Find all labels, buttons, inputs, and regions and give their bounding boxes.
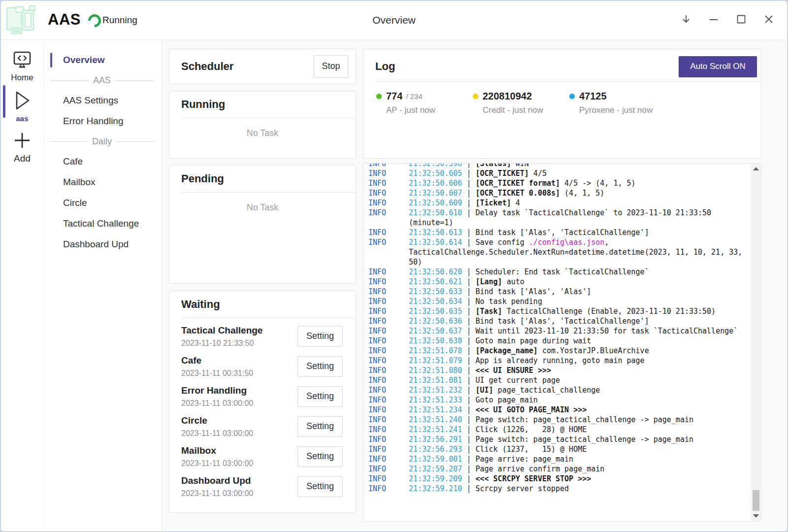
log-level: INFO [368,168,409,178]
log-scrollbar[interactable] [751,164,761,521]
log-line: INFO21:32:50.614 | Save config ./config\… [368,237,749,267]
nav-item[interactable]: Cafe [44,151,162,172]
log-text: [Ticket] 4 [475,199,520,207]
task-setting-button[interactable]: Setting [297,416,343,437]
log-text: Wait until 2023-11-10 21:33:50 for task … [475,327,738,335]
nav-section-divider: AAS [44,70,162,90]
nav-item-label: AAS Settings [63,95,118,106]
code-monitor-icon [11,64,33,72]
log-text: Bind task ['Alas', 'TacticalChallenge'] [475,228,649,237]
log-separator: | [462,435,475,444]
auto-scroll-toggle[interactable]: Auto Scroll ON [679,56,757,77]
log-separator: | [462,386,475,395]
log-time: 21:32:51.078 [409,346,462,355]
resource-stat: 220810942 Credit - just now [473,91,569,115]
log-separator: | [462,474,475,483]
scroll-down-arrow-icon[interactable] [753,514,759,518]
nav-item-label: Cafe [63,156,83,167]
task-setting-button[interactable]: Setting [297,356,343,377]
running-empty-text: No Task [169,128,356,138]
log-message: 21:32:50.609 | [Ticket] 4 [409,198,749,208]
task-setting-button[interactable]: Setting [297,476,343,497]
log-time: 21:32:50.621 [409,277,462,286]
log-time: 21:32:51.232 [409,386,462,395]
nav-item[interactable]: Mailbox [44,172,162,193]
log-line: INFO21:32:50.637 | Wait until 2023-11-10… [368,326,749,336]
log-time: 21:32:50.636 [409,317,462,326]
task-info: Cafe 2023-11-11 00:31:50 [181,355,253,378]
log-level: INFO [368,366,409,375]
log-time: 21:32:59.209 [409,474,462,483]
log-message: 21:32:50.606 | [OCR_TICKET format] 4/5 -… [409,178,749,188]
log-separator: | [462,455,475,464]
scrollbar-thumb[interactable] [753,490,759,511]
waiting-task-row: Cafe 2023-11-11 00:31:50 Setting [169,351,356,381]
log-level: INFO [368,198,409,208]
minimize-button[interactable] [706,12,722,28]
rail-item-add[interactable]: Add [0,130,44,164]
nav-item-label: Circle [63,198,87,208]
log-title: Log [375,60,395,73]
log-message: 21:32:50.636 | Bind task ['Alas', 'Tacti… [409,316,749,326]
log-line: INFO21:32:50.636 | Bind task ['Alas', 'T… [368,316,749,326]
task-setting-button[interactable]: Setting [297,446,343,467]
nav-item[interactable]: Error Handling [44,111,162,132]
resource-stats: 774 / 234 AP - just now 220810942 Credit… [363,82,761,115]
log-text: Click (1226, 28) @ HOME [475,425,587,434]
log-separator: | [462,327,475,335]
log-message: 21:32:51.081 | UI get current page [409,375,749,385]
nav-item[interactable]: Dashboard Upd [44,234,162,255]
log-separator: | [462,287,475,296]
nav-item[interactable]: Tactical Challenge [44,213,162,234]
minimize-icon [709,14,719,26]
download-update-button[interactable] [678,12,694,28]
nav-item[interactable]: Circle [44,193,162,213]
log-time: 21:32:50.620 [409,267,462,276]
log-text: [UI] page_tactical_challenge [475,386,600,395]
scroll-up-arrow-icon[interactable] [753,167,759,170]
log-level: INFO [368,405,409,415]
close-button[interactable] [761,12,777,28]
log-line: INFO21:32:50.613 | Bind task ['Alas', 'T… [368,228,749,237]
resource-stat: 47125 Pyroxene - just now [569,91,666,115]
log-level: INFO [368,464,409,474]
log-separator: | [462,189,475,198]
log-line: INFO21:32:51.232 | [UI] page_tactical_ch… [368,385,749,395]
log-text: Page arrive: page_main [475,455,573,464]
log-line: INFO21:32:50.606 | [OCR_TICKET format] 4… [368,178,749,188]
log-line: INFO21:32:51.241 | Click (1226, 28) @ HO… [368,425,749,434]
nav-item[interactable]: AAS Settings [44,90,162,111]
divider [181,118,356,118]
scheduler-stop-button[interactable]: Stop [314,55,348,78]
task-setting-button[interactable]: Setting [297,386,343,407]
main-content: Scheduler Stop Running No Task Pending N… [162,40,788,532]
stat-dot-icon [473,94,478,99]
nav-section-label: Daily [92,136,112,147]
log-text: [OCR_TICKET] 4/5 [475,169,547,178]
log-separator: | [462,336,475,345]
log-time: 21:32:56.291 [409,435,462,444]
log-separator: | [462,199,475,207]
log-line: INFO21:32:56.291 | Page switch: page_tac… [368,434,749,444]
task-name: Cafe [181,355,253,366]
log-message: 21:32:50.634 | No task pending [409,297,749,306]
nav-item-label: Tactical Challenge [63,218,139,229]
log-line: INFO21:32:50.610 | Delay task `TacticalC… [368,208,749,228]
task-setting-button[interactable]: Setting [297,326,343,347]
page-title: Overview [372,14,416,26]
waiting-task-row: Dashboard Upd 2023-11-11 03:00:00 Settin… [169,471,356,501]
pending-title: Pending [169,166,356,192]
rail-item-aas[interactable]: aas [0,89,44,123]
play-icon [12,105,33,113]
log-line: INFO21:32:51.081 | UI get current page [368,375,749,385]
maximize-button[interactable] [733,12,749,28]
log-line: INFO21:32:51.240 | Page switch: page_tac… [368,415,749,425]
log-time: 21:32:51.241 [409,425,462,434]
icon-rail: Home aas Add [0,40,44,532]
log-text: Bind task ['Alas', 'TacticalChallenge'] [475,317,649,326]
rail-item-home[interactable]: Home [0,51,44,83]
stat-label: Credit - just now [473,105,569,115]
log-time: 21:32:50.637 [409,327,462,335]
log-time: 21:32:51.233 [409,396,462,404]
nav-item[interactable]: Overview [44,50,162,70]
